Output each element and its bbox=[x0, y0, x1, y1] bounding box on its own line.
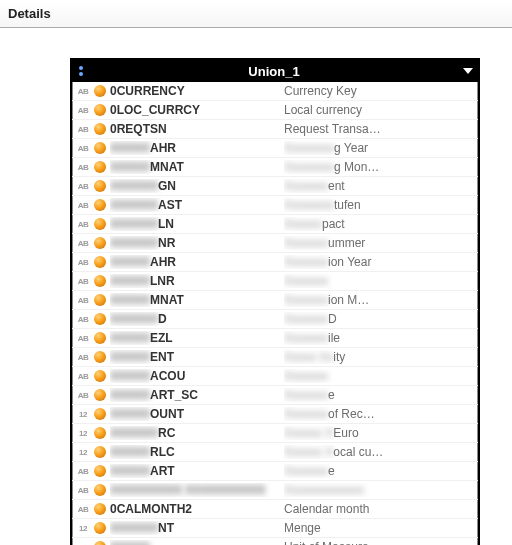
type-badge: AB bbox=[76, 353, 90, 362]
type-badge: AB bbox=[76, 144, 90, 153]
column-icon bbox=[94, 370, 106, 382]
column-description: Xxxxxxxile bbox=[284, 331, 474, 345]
column-name: XXXXXRLC bbox=[110, 445, 280, 459]
column-icon bbox=[94, 123, 106, 135]
column-name: XXXXXAHR bbox=[110, 141, 280, 155]
column-icon bbox=[94, 427, 106, 439]
column-row[interactable]: AB0LOC_CURRCYLocal currency bbox=[72, 101, 478, 120]
chevron-down-icon bbox=[463, 68, 473, 74]
content-area: Union_1 AB0CURRENCYCurrency KeyAB0LOC_CU… bbox=[0, 28, 512, 545]
column-name: XXXXXENT bbox=[110, 350, 280, 364]
column-description: Xxxxxx XEuro bbox=[284, 426, 474, 440]
column-icon bbox=[94, 313, 106, 325]
column-name: XXXXXXAST bbox=[110, 198, 280, 212]
type-badge: AB bbox=[76, 125, 90, 134]
type-badge: AB bbox=[76, 182, 90, 191]
column-icon bbox=[94, 256, 106, 268]
type-badge: AB bbox=[76, 201, 90, 210]
type-badge: AB bbox=[76, 258, 90, 267]
column-row[interactable]: ABXXXXXACOUXxxxxxx bbox=[72, 367, 478, 386]
column-name: XXXXXXGN bbox=[110, 179, 280, 193]
column-row[interactable]: ABXXXXXXNRXxxxxxxummer bbox=[72, 234, 478, 253]
column-row[interactable]: ABXXXXXAHRXxxxxxxxg Year bbox=[72, 139, 478, 158]
column-description: Xxxxxxxent bbox=[284, 179, 474, 193]
type-badge: AB bbox=[76, 277, 90, 286]
column-description: XxxxxxxD bbox=[284, 312, 474, 326]
column-name: XXXXXXXXX XXXXXXXXXX bbox=[110, 483, 280, 497]
type-badge: AB bbox=[76, 239, 90, 248]
dropdown-menu-button[interactable] bbox=[458, 60, 478, 82]
panel-title: Details bbox=[0, 0, 512, 28]
column-icon bbox=[94, 465, 106, 477]
column-description: Xxxxxxpact bbox=[284, 217, 474, 231]
column-icon bbox=[94, 199, 106, 211]
column-icon bbox=[94, 446, 106, 458]
column-row[interactable]: ABXXXXXAHRXxxxxxxion Year bbox=[72, 253, 478, 272]
column-description: Currency Key bbox=[284, 84, 474, 98]
column-icon bbox=[94, 275, 106, 287]
column-row[interactable]: ABXXXXXENTXxxxx Xxity bbox=[72, 348, 478, 367]
column-name: XXXXXMNAT bbox=[110, 160, 280, 174]
column-name: XXXXXEZL bbox=[110, 331, 280, 345]
column-row[interactable]: ABXXXXXXDXxxxxxxD bbox=[72, 310, 478, 329]
column-description: Xxxxxxxummer bbox=[284, 236, 474, 250]
column-description: Calendar month bbox=[284, 502, 474, 516]
column-icon bbox=[94, 332, 106, 344]
column-row[interactable]: 12XXXXXXNTMenge bbox=[72, 519, 478, 538]
column-row[interactable]: ABXXXXXXASTXxxxxxxxtufen bbox=[72, 196, 478, 215]
type-badge: AB bbox=[76, 106, 90, 115]
column-name: XXXXXXNT bbox=[110, 521, 280, 535]
column-icon bbox=[94, 522, 106, 534]
column-icon bbox=[94, 541, 106, 545]
column-description: Unit of Measure bbox=[284, 540, 474, 545]
column-name: XXXXXART bbox=[110, 464, 280, 478]
column-row[interactable]: ABXXXXXXXXX XXXXXXXXXXXxxxxxxxxxxxx bbox=[72, 481, 478, 500]
drag-handle-icon[interactable] bbox=[72, 60, 90, 82]
column-row[interactable]: ABXXXXXMNATXxxxxxxxg Mon… bbox=[72, 158, 478, 177]
column-icon bbox=[94, 104, 106, 116]
column-name: 0CURRENCY bbox=[110, 84, 280, 98]
column-row[interactable]: ABXXXXXMNATXxxxxxxion M… bbox=[72, 291, 478, 310]
column-row[interactable]: ABXXXXXXGNXxxxxxxent bbox=[72, 177, 478, 196]
column-row[interactable]: AB0CURRENCYCurrency Key bbox=[72, 82, 478, 101]
column-description: Xxxxxxxof Rec… bbox=[284, 407, 474, 421]
column-icon bbox=[94, 484, 106, 496]
column-row[interactable]: 12XXXXXXRCXxxxxx XEuro bbox=[72, 424, 478, 443]
column-description: Xxxxxx Xocal cu… bbox=[284, 445, 474, 459]
column-name: XXXXXACOU bbox=[110, 369, 280, 383]
column-row[interactable]: ABXXXXXXLNXxxxxxpact bbox=[72, 215, 478, 234]
column-row[interactable]: 12XXXXXOUNTXxxxxxxof Rec… bbox=[72, 405, 478, 424]
type-badge: 12 bbox=[76, 429, 90, 438]
column-description: Xxxxxxxxg Year bbox=[284, 141, 474, 155]
details-panel: Details Union_1 AB0CURRENCYCurrency KeyA… bbox=[0, 0, 512, 545]
column-description: Xxxxxxxe bbox=[284, 464, 474, 478]
column-row[interactable]: ABXXXXXARTXxxxxxxe bbox=[72, 462, 478, 481]
column-name: 0LOC_CURRCY bbox=[110, 103, 280, 117]
type-badge: 12 bbox=[76, 448, 90, 457]
column-description: Xxxxxxxxtufen bbox=[284, 198, 474, 212]
type-badge: AB bbox=[76, 87, 90, 96]
union-table[interactable]: Union_1 AB0CURRENCYCurrency KeyAB0LOC_CU… bbox=[70, 58, 480, 545]
column-icon bbox=[94, 85, 106, 97]
type-badge: AB bbox=[76, 163, 90, 172]
column-row[interactable]: 12XXXXXRLCXxxxxx Xocal cu… bbox=[72, 443, 478, 462]
column-row[interactable]: ABXXXXXART_SCXxxxxxxe bbox=[72, 386, 478, 405]
column-row[interactable]: ABXXXXXEZLXxxxxxxile bbox=[72, 329, 478, 348]
column-row[interactable]: AB0CALMONTH2Calendar month bbox=[72, 500, 478, 519]
column-list: AB0CURRENCYCurrency KeyAB0LOC_CURRCYLoca… bbox=[72, 82, 478, 545]
type-badge: 12 bbox=[76, 524, 90, 533]
column-icon bbox=[94, 161, 106, 173]
column-name: XXXXXMNAT bbox=[110, 293, 280, 307]
column-icon bbox=[94, 237, 106, 249]
table-titlebar[interactable]: Union_1 bbox=[72, 60, 478, 82]
column-icon bbox=[94, 218, 106, 230]
column-name: XXXXXAHR bbox=[110, 255, 280, 269]
column-name: 0CALMONTH2 bbox=[110, 502, 280, 516]
type-badge: AB bbox=[76, 220, 90, 229]
type-badge: AB bbox=[76, 296, 90, 305]
column-name: XXXXXXD bbox=[110, 312, 280, 326]
type-badge: 12 bbox=[76, 410, 90, 419]
column-row[interactable]: ABXXXXXLNRXxxxxxx bbox=[72, 272, 478, 291]
column-row[interactable]: FXXXXXUnit of Measure bbox=[72, 538, 478, 545]
column-row[interactable]: AB0REQTSNRequest Transa… bbox=[72, 120, 478, 139]
